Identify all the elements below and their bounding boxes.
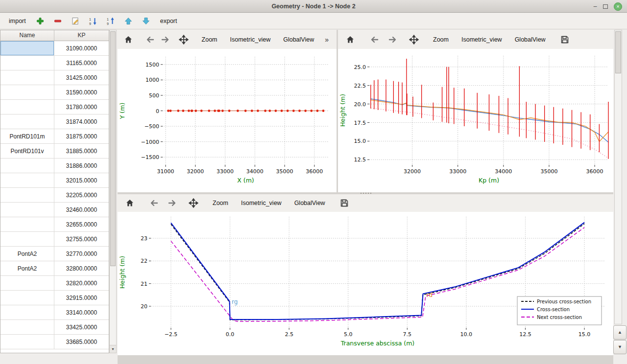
table-scrollbar-thumb[interactable] [110,31,116,266]
table-row[interactable]: 32655.0000 [0,217,109,232]
forward-button[interactable] [166,197,178,209]
kp-cell[interactable]: 31590.0000 [54,85,109,99]
profile-chart[interactable]: 320003300034000350003600012.515.017.520.… [338,49,613,192]
kp-cell[interactable]: 32770.0000 [54,247,109,261]
global-view-button[interactable]: GlobalView [290,198,329,208]
remove-button[interactable] [52,16,63,26]
table-row[interactable]: 31874.0000 [0,114,109,129]
kp-cell[interactable]: 32800.0000 [54,261,109,275]
table-row[interactable]: 33425.0000 [0,320,109,335]
table-row[interactable]: 31090.0000 [0,41,109,56]
save-button[interactable] [558,33,571,46]
kp-cell[interactable]: 33140.0000 [54,305,109,319]
table-row[interactable]: 31886.0000 [0,159,109,173]
kp-cell[interactable]: 31885.0000 [54,144,109,158]
name-cell[interactable] [0,320,54,334]
name-cell[interactable] [0,291,54,305]
name-cell[interactable] [0,276,54,290]
pan-button[interactable] [187,197,200,209]
name-cell[interactable]: PontA2 [0,247,54,261]
save-button[interactable] [338,197,351,209]
name-cell[interactable] [0,232,54,246]
move-up-button[interactable] [123,16,134,26]
zoom-button[interactable]: Zoom [209,198,232,208]
plan-view-canvas[interactable]: 3100032000330003400035000360001500100050… [118,49,337,192]
table-row[interactable]: 33685.0000 [0,335,109,349]
plan-view-chart[interactable]: 3100032000330003400035000360001500100050… [118,49,337,192]
back-button[interactable] [148,197,161,209]
pan-button[interactable] [179,33,189,46]
name-cell[interactable] [0,56,54,70]
isometric-view-button[interactable]: Isometric_view [237,198,286,208]
kp-cell[interactable]: 32460.0000 [54,203,109,217]
name-cell[interactable]: PontRD101m [0,129,54,143]
table-row[interactable]: 31425.0000 [0,70,109,85]
forward-button[interactable] [160,33,170,46]
name-cell[interactable] [0,335,54,349]
table-row[interactable]: PontRD101m 31875.0000 [0,129,109,144]
name-cell[interactable] [0,85,54,99]
main-scrollbar[interactable] [614,30,622,324]
table-row[interactable]: 32015.0000 [0,173,109,188]
sort-ascending-button[interactable]: 19 [88,16,98,26]
close-button[interactable]: × [614,2,622,11]
kp-cell[interactable]: 31886.0000 [54,159,109,173]
name-cell[interactable]: PontA2 [0,261,54,275]
kp-cell[interactable]: 33425.0000 [54,320,109,334]
kp-cell[interactable]: 32015.0000 [54,173,109,187]
kp-cell[interactable]: 31165.0000 [54,56,109,70]
table-row[interactable]: PontA2 32770.0000 [0,247,109,261]
kp-cell[interactable]: 33685.0000 [54,335,109,349]
profile-canvas[interactable]: 320003300034000350003600012.515.017.520.… [338,49,613,192]
kp-cell[interactable]: 31874.0000 [54,114,109,129]
global-view-button[interactable]: GlobalView [511,34,550,45]
add-button[interactable] [35,16,46,26]
table-row[interactable]: 32915.0000 [0,291,109,305]
toolbar-overflow-button[interactable]: » [323,36,331,44]
name-cell[interactable] [0,173,54,187]
table-scroll-down-button[interactable]: ▼ [110,345,116,353]
isometric-view-button[interactable]: Isometric_view [226,34,275,45]
scroll-up-button[interactable]: ▲ [613,325,627,340]
minimize-button[interactable]: − [593,4,597,9]
home-button[interactable] [123,197,136,209]
move-down-button[interactable] [141,16,151,26]
isometric-view-button[interactable]: Isometric_view [458,34,506,45]
main-scrollbar-thumb[interactable] [615,31,621,73]
table-row[interactable]: 32755.0000 [0,232,109,247]
kp-cell[interactable]: 31425.0000 [54,70,109,85]
name-cell[interactable] [0,217,54,231]
table-row[interactable]: 32820.0000 [0,276,109,291]
name-cell[interactable] [0,114,54,129]
name-cell[interactable] [0,305,54,319]
kp-cell[interactable]: 32755.0000 [54,232,109,246]
kp-cell[interactable]: 31875.0000 [54,129,109,143]
import-button[interactable]: import [7,17,28,25]
cross-section-chart[interactable]: −2.50.02.55.07.510.012.515.020212223rgrd… [118,212,613,355]
name-cell[interactable]: PontRD101v [0,144,54,158]
edit-button[interactable] [70,16,81,26]
column-header-name[interactable]: Name [0,30,54,41]
kp-cell[interactable]: 32655.0000 [54,217,109,231]
back-button[interactable] [145,33,155,46]
table-row[interactable]: 31165.0000 [0,56,109,70]
name-cell[interactable] [0,203,54,217]
kp-cell[interactable]: 32820.0000 [54,276,109,290]
kp-cell[interactable]: 31780.0000 [54,100,109,114]
table-row[interactable]: 32205.0000 [0,188,109,203]
table-row[interactable]: PontRD101v 31885.0000 [0,144,109,159]
table-row[interactable]: 32460.0000 [0,203,109,217]
sort-descending-button[interactable]: 19 [105,16,116,26]
name-cell[interactable] [0,41,54,55]
table-scrollbar[interactable]: ▼ [109,30,117,353]
column-header-kp[interactable]: KP [54,30,109,41]
table-row[interactable]: 33140.0000 [0,305,109,320]
kp-cell[interactable]: 31090.0000 [54,41,109,55]
zoom-button[interactable]: Zoom [429,34,453,45]
table-row[interactable]: PontA2 32800.0000 [0,261,109,276]
scroll-down-button[interactable]: ▼ [613,340,627,354]
name-cell[interactable] [0,159,54,173]
cross-section-canvas[interactable]: −2.50.02.55.07.510.012.515.020212223rgrd… [118,212,613,355]
forward-button[interactable] [386,33,399,46]
export-button[interactable]: export [158,17,179,25]
